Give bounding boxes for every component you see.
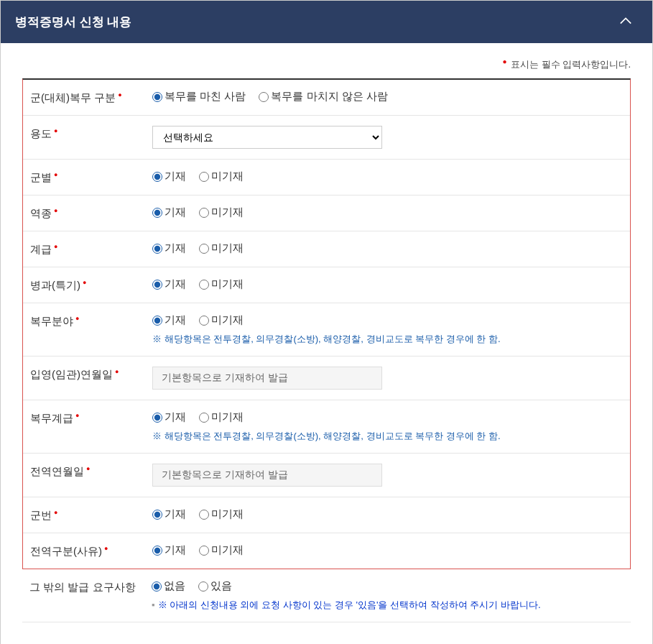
- radio-branch-write[interactable]: [152, 172, 162, 182]
- radio-srank-write[interactable]: [152, 413, 162, 423]
- radio-sfield-write[interactable]: [152, 316, 162, 326]
- collapse-button[interactable]: [613, 14, 638, 30]
- label-category: 역종●: [30, 206, 152, 221]
- row-service-number: 군번● 기재 미기재: [23, 497, 630, 533]
- radio-other-exist-label[interactable]: 있음: [210, 579, 232, 593]
- label-service-field: 복무분야●: [30, 313, 152, 328]
- chevron-up-icon: [619, 17, 632, 25]
- radio-specialty-write-label[interactable]: 기재: [165, 277, 186, 291]
- row-service-type: 군(대체)복무 구분● 복무를 마친 사람 복무를 마치지 않은 사람: [23, 80, 630, 116]
- label-discharge-type: 전역구분(사유)●: [30, 543, 152, 558]
- form-container: 병적증명서 신청 내용 ● 표시는 필수 입력사항입니다. 군(대체)복무 구분…: [0, 0, 653, 644]
- radio-other-none-label[interactable]: 없음: [164, 579, 185, 593]
- readonly-enlist-date: 기본항목으로 기재하여 발급: [152, 367, 382, 390]
- label-discharge-date: 전역연월일●: [30, 464, 152, 479]
- radio-not-completed[interactable]: [259, 92, 269, 102]
- radio-rank-nowrite[interactable]: [199, 244, 209, 254]
- row-branch: 군별● 기재 미기재: [23, 160, 630, 196]
- panel-content: ● 표시는 필수 입력사항입니다. 군(대체)복무 구분● 복무를 마친 사람: [1, 43, 652, 644]
- radio-dtype-nowrite-label[interactable]: 미기재: [211, 543, 244, 557]
- radio-other-exist[interactable]: [198, 581, 208, 592]
- note-service-field: ※ 해당항목은 전투경찰, 의무경찰(소방), 해양경찰, 경비교도로 복무한 …: [152, 333, 623, 346]
- radio-other-none[interactable]: [152, 581, 162, 592]
- radio-snum-write-label[interactable]: 기재: [165, 507, 186, 521]
- radio-category-write[interactable]: [152, 208, 162, 218]
- row-enlist-date: 입영(임관)연월일● 기본항목으로 기재하여 발급: [23, 356, 630, 400]
- note-service-rank: ※ 해당항목은 전투경찰, 의무경찰(소방), 해양경찰, 경비교도로 복무한 …: [152, 430, 623, 443]
- radio-rank-write-label[interactable]: 기재: [165, 242, 186, 255]
- radio-branch-nowrite[interactable]: [199, 172, 209, 182]
- radio-category-write-label[interactable]: 기재: [165, 206, 186, 219]
- radio-sfield-nowrite-label[interactable]: 미기재: [211, 313, 244, 327]
- radio-rank-nowrite-label[interactable]: 미기재: [211, 242, 244, 255]
- row-discharge-type: 전역구분(사유)● 기재 미기재: [23, 533, 630, 569]
- radio-not-completed-label[interactable]: 복무를 마치지 않은 사람: [271, 90, 388, 104]
- panel-title: 병적증명서 신청 내용: [15, 14, 131, 30]
- radio-branch-write-label[interactable]: 기재: [165, 170, 186, 183]
- label-rank: 계급●: [30, 242, 152, 257]
- radio-specialty-write[interactable]: [152, 280, 162, 290]
- radio-branch-nowrite-label[interactable]: 미기재: [211, 170, 244, 183]
- radio-dtype-write-label[interactable]: 기재: [165, 543, 186, 557]
- label-service-number: 군번●: [30, 507, 152, 523]
- row-specialty: 병과(특기)● 기재 미기재: [23, 267, 630, 303]
- radio-sfield-write-label[interactable]: 기재: [165, 313, 186, 327]
- radio-srank-write-label[interactable]: 기재: [165, 410, 186, 424]
- row-discharge-date: 전역연월일● 기본항목으로 기재하여 발급: [23, 454, 630, 497]
- note-other-req: ▪※ 아래의 신청내용 외에 요청 사항이 있는 경우 '있음'을 선택하여 작…: [152, 599, 624, 612]
- required-notice: ● 표시는 필수 입력사항입니다.: [22, 50, 631, 78]
- radio-rank-write[interactable]: [152, 244, 162, 254]
- radio-snum-nowrite-label[interactable]: 미기재: [211, 507, 244, 521]
- radio-srank-nowrite-label[interactable]: 미기재: [211, 410, 244, 424]
- label-specialty: 병과(특기)●: [30, 277, 152, 293]
- radio-category-nowrite-label[interactable]: 미기재: [211, 206, 244, 219]
- row-service-field: 복무분야● 기재 미기재 ※ 해당항목은 전투경찰, 의무경찰(소방), 해양경: [23, 303, 630, 356]
- radio-specialty-nowrite[interactable]: [199, 280, 209, 290]
- label-purpose: 용도●: [30, 126, 152, 141]
- required-dot-icon: ●: [502, 58, 506, 65]
- panel-header: 병적증명서 신청 내용: [1, 1, 652, 43]
- radio-category-nowrite[interactable]: [199, 208, 209, 218]
- radio-completed-label[interactable]: 복무를 마친 사람: [165, 90, 246, 104]
- label-branch: 군별●: [30, 170, 152, 185]
- radio-dtype-write[interactable]: [152, 546, 162, 556]
- control-service-type: 복무를 마친 사람 복무를 마치지 않은 사람: [152, 90, 623, 104]
- radio-sfield-nowrite[interactable]: [199, 316, 209, 326]
- required-fields-box: 군(대체)복무 구분● 복무를 마친 사람 복무를 마치지 않은 사람: [22, 78, 631, 569]
- label-enlist-date: 입영(임관)연월일●: [30, 367, 152, 382]
- row-rank: 계급● 기재 미기재: [23, 231, 630, 267]
- row-service-rank: 복무계급● 기재 미기재 ※ 해당항목은 전투경찰, 의무경찰(소방), 해양경: [23, 400, 630, 454]
- label-service-type: 군(대체)복무 구분●: [30, 90, 152, 105]
- radio-completed[interactable]: [152, 92, 162, 102]
- row-other-req: 그 밖의 발급 요구사항 없음 있음 ▪※ 아래의 신청내용 외에 요청 사항이…: [22, 569, 631, 622]
- row-category: 역종● 기재 미기재: [23, 196, 630, 231]
- radio-srank-nowrite[interactable]: [199, 413, 209, 423]
- radio-dtype-nowrite[interactable]: [199, 546, 209, 556]
- readonly-discharge-date: 기본항목으로 기재하여 발급: [152, 464, 382, 487]
- radio-snum-write[interactable]: [152, 510, 162, 520]
- label-other-req: 그 밖의 발급 요구사항: [29, 579, 152, 594]
- select-purpose[interactable]: 선택하세요: [152, 126, 382, 149]
- radio-specialty-nowrite-label[interactable]: 미기재: [211, 277, 244, 291]
- radio-snum-nowrite[interactable]: [199, 510, 209, 520]
- row-purpose: 용도● 선택하세요: [23, 116, 630, 160]
- label-service-rank: 복무계급●: [30, 410, 152, 426]
